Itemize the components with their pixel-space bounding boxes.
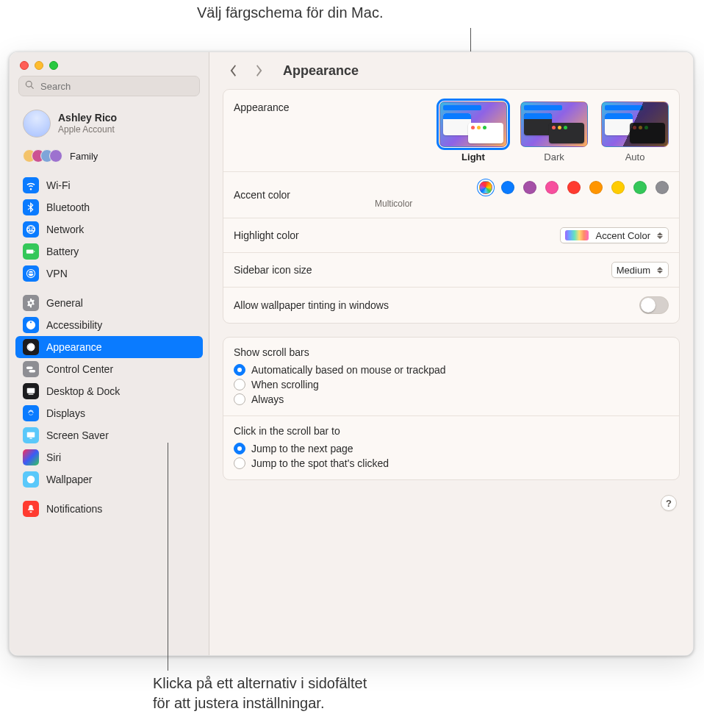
sidebar-item-label: Desktop & Dock [46,385,120,397]
radio-label: Automatically based on mouse or trackpad [251,364,446,376]
appearance-option-dark[interactable]: Dark [520,101,588,163]
gear-icon [23,295,39,311]
nav-back-button[interactable] [224,62,242,79]
accent-swatch-red[interactable] [567,181,581,194]
sidebar-item-wifi[interactable]: Wi-Fi [15,174,203,196]
accent-swatch-yellow[interactable] [611,181,625,194]
search-input[interactable] [39,80,193,93]
svg-rect-3 [27,432,35,438]
sidebar-item-notifications[interactable]: Notifications [15,498,203,520]
page-title: Appearance [283,63,359,79]
appearance-icon [23,339,39,355]
chevron-updown-icon [655,229,665,241]
nav-forward-button[interactable] [251,62,268,79]
user-avatar [23,110,51,138]
theme-thumb-light [439,101,507,147]
desktop-dock-icon [23,383,39,399]
family-avatars [23,149,62,163]
accent-swatch-graphite[interactable] [655,181,669,194]
sidebar-item-appearance[interactable]: Appearance [15,336,203,358]
sidebar-item-label: Control Center [46,363,113,375]
wallpaper-tinting-row: Allow wallpaper tinting in windows [223,287,679,323]
sidebar-item-accessibility[interactable]: Accessibility [15,314,203,336]
sidebar-item-label: VPN [46,268,68,279]
accent-selected-label: Multicolor [375,199,412,209]
highlight-color-row: Highlight color Accent Color [223,218,679,252]
sidebar-item-displays[interactable]: Displays [15,402,203,424]
radio-icon [234,364,245,376]
accent-swatch-pink[interactable] [545,181,558,194]
sidebar-item-wallpaper[interactable]: Wallpaper [15,468,203,490]
icon-size-value: Medium [617,265,650,276]
sidebar-icon-size-label: Sidebar icon size [234,264,373,276]
sidebar-item-family[interactable]: Family [15,145,203,171]
wifi-icon [23,177,39,193]
accessibility-icon [23,317,39,333]
close-window-button[interactable] [20,61,29,70]
sidebar-icon-size-popup[interactable]: Medium [611,262,669,278]
accent-swatch-green[interactable] [633,181,647,194]
theme-label: Auto [625,151,645,163]
sidebar-item-label: General [46,297,83,309]
search-field[interactable] [18,76,200,96]
sidebar-item-label: Screen Saver [46,429,109,441]
scrollclick-option-jump-to-spot[interactable]: Jump to the spot that's clicked [234,456,669,471]
svg-rect-2 [29,394,34,395]
sidebar-item-apple-account[interactable]: Ashley Rico Apple Account [15,104,203,145]
toolbar: Appearance [209,52,693,89]
show-scroll-bars-group: Show scroll bars Automatically based on … [223,338,679,415]
scrollbars-option-auto[interactable]: Automatically based on mouse or trackpad [234,363,669,377]
wallpaper-tinting-label: Allow wallpaper tinting in windows [234,299,639,311]
sidebar-icon-size-row: Sidebar icon size Medium [223,252,679,287]
callout-bottom-leader [168,443,168,671]
sidebar-item-vpn[interactable]: VPN [15,263,203,285]
accent-swatch-blue[interactable] [501,181,514,194]
sidebar-item-desktop-dock[interactable]: Desktop & Dock [15,380,203,402]
sidebar-item-siri[interactable]: Siri [15,446,203,468]
wallpaper-tinting-toggle[interactable] [639,296,669,314]
window-controls [10,52,209,76]
accent-swatch-orange[interactable] [589,181,603,194]
callout-top: Välj färgschema för din Mac. [197,4,383,21]
radio-label: Always [251,393,284,405]
displays-icon [23,405,39,421]
scrollbars-option-always[interactable]: Always [234,392,669,407]
appearance-option-auto[interactable]: Auto [601,101,669,163]
highlight-color-popup[interactable]: Accent Color [560,227,669,243]
radio-icon [234,379,245,390]
help-button[interactable]: ? [661,495,677,511]
sidebar-item-label: Wallpaper [46,474,93,485]
accent-swatch-multicolor[interactable] [479,181,492,194]
radio-icon [234,393,245,405]
radio-label: Jump to the next page [251,443,353,454]
sidebar-item-label: Notifications [46,503,102,515]
show-scroll-bars-title: Show scroll bars [234,346,669,358]
sidebar-item-label: Siri [46,452,61,463]
minimize-window-button[interactable] [35,61,43,70]
highlight-color-label: Highlight color [234,229,373,241]
accent-swatch-purple[interactable] [523,181,536,194]
sidebar-item-control-center[interactable]: Control Center [15,358,203,380]
theme-label: Light [461,151,485,163]
sidebar-item-label: Wi-Fi [46,179,71,191]
scrollclick-option-next-page[interactable]: Jump to the next page [234,441,669,456]
globe-icon [23,221,39,238]
siri-icon [23,449,39,465]
accent-color-row: Accent color Mul [223,171,679,218]
screen-saver-icon [23,427,39,443]
search-icon [25,80,35,92]
sidebar-item-label: Accessibility [46,319,102,331]
sidebar-item-bluetooth[interactable]: Bluetooth [15,196,203,218]
zoom-window-button[interactable] [49,61,58,70]
sidebar-item-network[interactable]: Network [15,218,203,240]
theme-label: Dark [544,151,564,163]
sidebar-item-general[interactable]: General [15,292,203,314]
sidebar-item-label: Battery [46,246,79,257]
scroll-click-group: Click in the scroll bar to Jump to the n… [223,415,679,479]
radio-label: Jump to the spot that's clicked [251,457,389,469]
appearance-option-light[interactable]: Light [439,101,507,163]
appearance-label: Appearance [234,101,373,113]
sidebar-item-battery[interactable]: Battery [15,240,203,263]
scrollbars-option-when-scrolling[interactable]: When scrolling [234,377,669,392]
sidebar-item-screen-saver[interactable]: Screen Saver [15,424,203,446]
